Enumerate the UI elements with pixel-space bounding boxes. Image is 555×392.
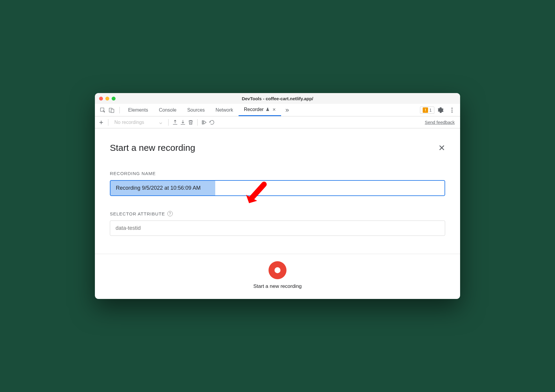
more-tabs-button[interactable]: » xyxy=(282,106,292,114)
minimize-window-button[interactable] xyxy=(105,97,109,101)
import-icon[interactable] xyxy=(180,119,186,125)
titlebar: DevTools - coffee-cart.netlify.app/ xyxy=(95,93,460,104)
devtools-window: DevTools - coffee-cart.netlify.app/ Elem… xyxy=(95,93,460,299)
recording-name-input[interactable] xyxy=(110,180,445,196)
delete-icon[interactable] xyxy=(188,119,194,125)
tab-console[interactable]: Console xyxy=(154,104,182,116)
content-area: Start a new recording ✕ RECORDING NAME S… xyxy=(95,128,460,236)
selector-attribute-input[interactable] xyxy=(110,221,445,236)
issues-badge[interactable]: ! 1 xyxy=(420,107,434,114)
flask-icon xyxy=(266,107,270,112)
tab-network[interactable]: Network xyxy=(210,104,239,116)
footer: Start a new recording xyxy=(95,254,460,299)
add-recording-button[interactable]: + xyxy=(98,118,104,127)
device-toggle-icon[interactable] xyxy=(109,107,115,113)
close-panel-icon[interactable]: ✕ xyxy=(438,143,445,153)
divider xyxy=(197,119,198,126)
traffic-lights xyxy=(99,97,116,101)
settings-icon[interactable] xyxy=(437,107,444,113)
export-icon[interactable] xyxy=(172,119,178,125)
warning-icon: ! xyxy=(423,107,428,113)
footer-label: Start a new recording xyxy=(253,283,302,289)
svg-point-3 xyxy=(451,107,453,109)
tabs-bar: Elements Console Sources Network Recorde… xyxy=(95,104,460,116)
svg-point-4 xyxy=(451,110,453,111)
recordings-dropdown[interactable]: No recordings ⌵ xyxy=(112,119,165,125)
tab-recorder[interactable]: Recorder × xyxy=(239,104,281,116)
svg-rect-6 xyxy=(202,121,203,124)
window-title: DevTools - coffee-cart.netlify.app/ xyxy=(242,96,313,101)
tab-elements[interactable]: Elements xyxy=(123,104,154,116)
maximize-window-button[interactable] xyxy=(112,97,116,101)
recorder-toolbar: + No recordings ⌵ xyxy=(95,116,460,128)
tab-sources[interactable]: Sources xyxy=(182,104,210,116)
send-feedback-link[interactable]: Send feedback xyxy=(425,120,455,125)
close-tab-icon[interactable]: × xyxy=(273,107,276,113)
page-title: Start a new recording xyxy=(110,143,195,153)
start-recording-button[interactable] xyxy=(269,261,286,279)
divider xyxy=(168,119,169,126)
record-icon xyxy=(275,267,280,273)
selector-attribute-label: SELECTOR ATTRIBUTE ? xyxy=(110,211,445,216)
recording-name-label: RECORDING NAME xyxy=(110,171,445,176)
inspect-icon[interactable] xyxy=(100,107,106,113)
replay-icon[interactable] xyxy=(209,119,215,125)
more-icon[interactable] xyxy=(449,107,455,113)
divider xyxy=(108,119,108,126)
svg-point-5 xyxy=(451,111,453,113)
help-icon[interactable]: ? xyxy=(167,211,173,216)
divider xyxy=(119,107,120,113)
step-icon[interactable] xyxy=(201,119,207,125)
chevron-down-icon: ⌵ xyxy=(159,119,162,125)
close-window-button[interactable] xyxy=(99,97,103,101)
svg-rect-2 xyxy=(111,109,114,113)
